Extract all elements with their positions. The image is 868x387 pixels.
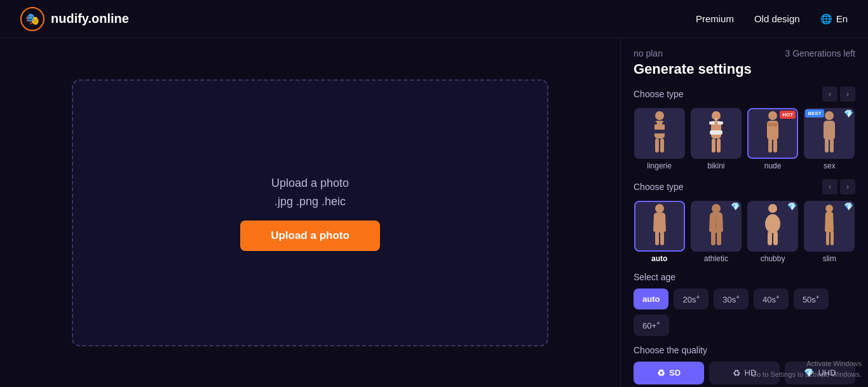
recycle-icon-sd: ♻ <box>657 368 665 378</box>
diamond-icon-athletic: 💎 <box>731 202 740 211</box>
generate-settings-title: Generate settings <box>634 61 855 78</box>
age-buttons: auto 20s+ 30s+ 40s+ 50s+ 60++ <box>634 289 855 336</box>
type-prev-arrow[interactable]: ‹ <box>822 86 837 102</box>
badge-hot: HOT <box>780 111 796 119</box>
body-card-img-athletic: 💎 <box>691 201 742 252</box>
svg-rect-22 <box>824 121 835 140</box>
choose-body-type-label: Choose type <box>634 182 684 192</box>
age-btn-60plus[interactable]: 60++ <box>634 315 669 336</box>
type-card-label-bikini: bikini <box>707 161 724 170</box>
svg-rect-31 <box>717 231 721 245</box>
upload-photo-button[interactable]: Upload a photo <box>240 221 380 251</box>
svg-point-15 <box>768 111 777 120</box>
type-next-arrow[interactable]: › <box>840 86 855 102</box>
type-card-img-nude: HOT <box>747 108 798 159</box>
svg-rect-27 <box>660 231 664 245</box>
svg-point-25 <box>655 204 664 213</box>
body-type-cards: auto 💎 athletic <box>634 201 855 263</box>
diamond-icon-sex: 💎 <box>844 109 853 118</box>
diamond-icon-slim: 💎 <box>844 202 853 211</box>
svg-rect-4 <box>654 130 665 133</box>
svg-point-32 <box>768 204 777 213</box>
svg-rect-2 <box>652 122 657 125</box>
svg-rect-12 <box>710 130 722 135</box>
type-card-img-bikini <box>691 108 742 159</box>
logo-area: 🎭 nudify.online <box>20 7 129 31</box>
body-type-nav-arrows: ‹ › <box>822 179 855 194</box>
svg-point-21 <box>825 111 834 120</box>
type-card-label-lingerie: lingerie <box>647 161 672 170</box>
upload-instructions: Upload a photo .jpg .png .heic <box>271 174 349 211</box>
svg-rect-26 <box>655 231 659 245</box>
age-btn-40s[interactable]: 40s+ <box>754 289 789 309</box>
age-btn-auto[interactable]: auto <box>634 289 668 309</box>
logo-icon: 🎭 <box>20 7 44 31</box>
body-card-athletic[interactable]: 💎 athletic <box>690 201 742 263</box>
svg-rect-23 <box>825 139 829 153</box>
svg-rect-14 <box>717 139 721 153</box>
svg-rect-35 <box>773 231 778 245</box>
svg-rect-20 <box>773 139 777 153</box>
type-card-label-nude: nude <box>764 161 782 170</box>
body-card-label-slim: slim <box>823 254 836 263</box>
age-btn-50s[interactable]: 50s+ <box>794 289 829 309</box>
svg-rect-3 <box>662 122 667 125</box>
type-card-label-sex: sex <box>824 161 836 170</box>
body-card-label-chubby: chubby <box>761 254 785 263</box>
svg-point-17 <box>768 123 773 126</box>
badge-best: BEST <box>805 109 824 118</box>
svg-rect-38 <box>831 231 834 245</box>
body-type-prev-arrow[interactable]: ‹ <box>822 179 837 194</box>
svg-point-28 <box>712 204 721 213</box>
choose-body-type-header: Choose type ‹ › <box>634 179 855 194</box>
diamond-icon-chubby: 💎 <box>787 202 797 211</box>
choose-type-header: Choose type ‹ › <box>634 86 855 102</box>
type-card-bikini[interactable]: bikini <box>690 108 742 170</box>
body-card-auto[interactable]: auto <box>634 201 685 263</box>
svg-rect-5 <box>655 139 659 153</box>
left-panel: Upload a photo .jpg .png .heic Upload a … <box>0 38 620 387</box>
upload-area[interactable]: Upload a photo .jpg .png .heic Upload a … <box>72 79 548 346</box>
svg-rect-10 <box>717 121 723 125</box>
type-card-img-lingerie <box>634 108 685 159</box>
language-button[interactable]: 🌐 En <box>820 13 848 25</box>
type-cards: lingerie bikini <box>634 108 855 170</box>
main-layout: Upload a photo .jpg .png .heic Upload a … <box>0 38 868 387</box>
body-card-img-slim: 💎 <box>804 201 855 252</box>
body-card-label-athletic: athletic <box>704 254 728 263</box>
logo-text: nudify.online <box>51 11 129 26</box>
body-type-next-arrow[interactable]: › <box>840 179 855 194</box>
age-btn-20s[interactable]: 20s+ <box>674 289 709 309</box>
plan-label: no plan <box>634 48 663 58</box>
svg-rect-37 <box>826 231 829 245</box>
body-card-label-auto: auto <box>651 254 667 263</box>
quality-label: Choose the quality <box>634 345 855 355</box>
quality-btn-sd[interactable]: ♻ SD <box>634 362 704 384</box>
svg-rect-6 <box>660 139 664 153</box>
svg-point-36 <box>825 205 833 212</box>
body-card-chubby[interactable]: 💎 chubby <box>747 201 799 263</box>
type-card-nude[interactable]: HOT nude <box>747 108 799 170</box>
type-card-lingerie[interactable]: lingerie <box>634 108 685 170</box>
type-nav-arrows: ‹ › <box>822 86 855 102</box>
svg-rect-24 <box>830 139 834 153</box>
plan-row: no plan 3 Generations left <box>634 48 855 58</box>
age-btn-30s[interactable]: 30s+ <box>714 289 749 309</box>
premium-link[interactable]: Premium <box>696 13 734 24</box>
right-panel: no plan 3 Generations left Generate sett… <box>620 38 868 387</box>
nav-links: Premium Old design 🌐 En <box>696 13 848 25</box>
generations-left: 3 Generations left <box>785 48 855 58</box>
windows-watermark: Activate Windows Go to Settings to activ… <box>751 358 862 381</box>
svg-rect-19 <box>768 139 772 153</box>
old-design-link[interactable]: Old design <box>754 13 800 24</box>
svg-rect-9 <box>709 121 715 125</box>
svg-point-18 <box>773 123 778 126</box>
type-card-sex[interactable]: 💎 BEST sex <box>804 108 855 170</box>
choose-type-label: Choose type <box>634 89 684 99</box>
select-age-label: Select age <box>634 272 855 282</box>
body-card-slim[interactable]: 💎 slim <box>804 201 855 263</box>
type-card-img-sex: 💎 BEST <box>804 108 855 159</box>
recycle-icon-hd: ♻ <box>733 368 741 378</box>
svg-rect-34 <box>768 231 772 245</box>
header: 🎭 nudify.online Premium Old design 🌐 En <box>0 0 868 38</box>
